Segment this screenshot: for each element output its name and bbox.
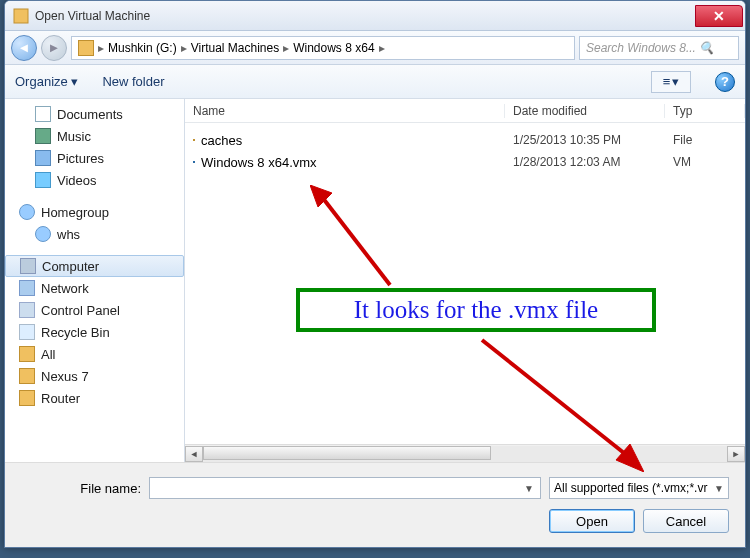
svg-rect-0 <box>14 9 28 23</box>
file-date: 1/28/2013 12:03 AM <box>505 155 665 169</box>
file-row[interactable]: caches 1/25/2013 10:35 PM File <box>185 129 745 151</box>
nav-tree[interactable]: Documents Music Pictures Videos Homegrou… <box>5 99 185 462</box>
breadcrumb[interactable]: ▸ Mushkin (G:) ▸ Virtual Machines ▸ Wind… <box>71 36 575 60</box>
scroll-track[interactable] <box>203 446 727 462</box>
views-button[interactable]: ≡ ▾ <box>651 71 691 93</box>
recyclebin-icon <box>19 324 35 340</box>
file-type: VM <box>665 155 745 169</box>
filename-label: File name: <box>21 481 141 496</box>
tree-homegroup[interactable]: Homegroup <box>5 201 184 223</box>
h-scrollbar[interactable]: ◄ ► <box>185 444 745 462</box>
file-name: Windows 8 x64.vmx <box>201 155 317 170</box>
tree-all[interactable]: All <box>5 343 184 365</box>
file-row[interactable]: Windows 8 x64.vmx 1/28/2013 12:03 AM VM <box>185 151 745 173</box>
column-headers[interactable]: Name Date modified Typ <box>185 99 745 123</box>
chevron-down-icon: ▼ <box>714 483 724 494</box>
titlebar: Open Virtual Machine ✕ <box>5 1 745 31</box>
homegroup-icon <box>19 204 35 220</box>
close-icon: ✕ <box>713 8 725 24</box>
tree-router[interactable]: Router <box>5 387 184 409</box>
app-icon <box>13 8 29 24</box>
tree-recyclebin[interactable]: Recycle Bin <box>5 321 184 343</box>
organize-button[interactable]: Organize ▾ <box>15 74 78 89</box>
videos-icon <box>35 172 51 188</box>
tree-controlpanel[interactable]: Control Panel <box>5 299 184 321</box>
tree-videos[interactable]: Videos <box>5 169 184 191</box>
tree-label: Homegroup <box>41 205 109 220</box>
list-icon: ≡ <box>663 74 671 89</box>
tree-label: All <box>41 347 55 362</box>
tree-label: Control Panel <box>41 303 120 318</box>
toolbar: Organize ▾ New folder ≡ ▾ ? <box>5 65 745 99</box>
close-button[interactable]: ✕ <box>695 5 743 27</box>
tree-label: Documents <box>57 107 123 122</box>
cancel-button[interactable]: Cancel <box>643 509 729 533</box>
tree-label: Videos <box>57 173 97 188</box>
breadcrumb-drive[interactable]: Mushkin (G:) <box>104 41 181 55</box>
tree-documents[interactable]: Documents <box>5 103 184 125</box>
bottom-panel: File name: ▼ All supported files (*.vmx;… <box>5 462 745 547</box>
tree-whs[interactable]: whs <box>5 223 184 245</box>
col-type[interactable]: Typ <box>665 104 745 118</box>
filename-input[interactable]: ▼ <box>149 477 541 499</box>
computer-icon <box>20 258 36 274</box>
tree-label: Pictures <box>57 151 104 166</box>
search-input[interactable]: Search Windows 8... 🔍 <box>579 36 739 60</box>
file-name: caches <box>201 133 242 148</box>
newfolder-button[interactable]: New folder <box>102 74 164 89</box>
computer-icon <box>78 40 94 56</box>
filename-row: File name: ▼ All supported files (*.vmx;… <box>21 477 729 499</box>
filetype-select[interactable]: All supported files (*.vmx;*.vr▼ <box>549 477 729 499</box>
col-date[interactable]: Date modified <box>505 104 665 118</box>
tree-pictures[interactable]: Pictures <box>5 147 184 169</box>
window-title: Open Virtual Machine <box>35 9 695 23</box>
folder-icon <box>19 346 35 362</box>
search-icon: 🔍 <box>699 41 714 55</box>
svg-line-1 <box>322 197 390 285</box>
documents-icon <box>35 106 51 122</box>
filter-text: All supported files (*.vmx;*.vr <box>554 481 707 495</box>
search-placeholder: Search Windows 8... <box>586 41 696 55</box>
tree-nexus7[interactable]: Nexus 7 <box>5 365 184 387</box>
forward-button[interactable]: ► <box>41 35 67 61</box>
scroll-thumb[interactable] <box>203 446 491 460</box>
breadcrumb-folder1[interactable]: Virtual Machines <box>187 41 284 55</box>
tree-network[interactable]: Network <box>5 277 184 299</box>
file-type: File <box>665 133 745 147</box>
user-icon <box>35 226 51 242</box>
tree-label: Network <box>41 281 89 296</box>
chevron-down-icon: ▼ <box>524 483 534 494</box>
controlpanel-icon <box>19 302 35 318</box>
tree-label: whs <box>57 227 80 242</box>
svg-line-3 <box>482 340 629 457</box>
col-name[interactable]: Name <box>185 104 505 118</box>
file-list: Name Date modified Typ caches 1/25/2013 … <box>185 99 745 462</box>
address-bar: ◄ ► ▸ Mushkin (G:) ▸ Virtual Machines ▸ … <box>5 31 745 65</box>
tree-label: Nexus 7 <box>41 369 89 384</box>
folder-icon <box>193 139 195 141</box>
file-date: 1/25/2013 10:35 PM <box>505 133 665 147</box>
tree-music[interactable]: Music <box>5 125 184 147</box>
open-button[interactable]: Open <box>549 509 635 533</box>
pictures-icon <box>35 150 51 166</box>
help-button[interactable]: ? <box>715 72 735 92</box>
breadcrumb-folder2[interactable]: Windows 8 x64 <box>289 41 378 55</box>
arrow-icon <box>474 332 644 472</box>
scroll-right-icon[interactable]: ► <box>727 446 745 462</box>
back-button[interactable]: ◄ <box>11 35 37 61</box>
arrow-icon <box>310 185 400 295</box>
button-row: Open Cancel <box>21 509 729 533</box>
chevron-right-icon: ▸ <box>379 41 385 55</box>
network-icon <box>19 280 35 296</box>
tree-label: Recycle Bin <box>41 325 110 340</box>
folder-icon <box>19 368 35 384</box>
music-icon <box>35 128 51 144</box>
tree-label: Computer <box>42 259 99 274</box>
scroll-left-icon[interactable]: ◄ <box>185 446 203 462</box>
file-rows: caches 1/25/2013 10:35 PM File Windows 8… <box>185 123 745 444</box>
vmx-icon <box>193 161 195 163</box>
folder-icon <box>19 390 35 406</box>
tree-label: Router <box>41 391 80 406</box>
tree-label: Music <box>57 129 91 144</box>
tree-computer[interactable]: Computer <box>5 255 184 277</box>
